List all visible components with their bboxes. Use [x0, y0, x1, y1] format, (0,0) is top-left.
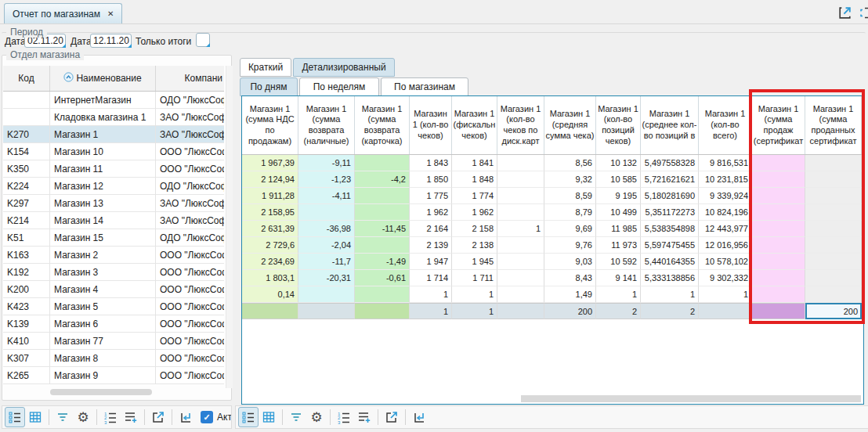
data-cell[interactable]: 9 302,332 — [699, 270, 752, 286]
column-header-name[interactable]: Наименование — [50, 66, 156, 91]
data-cell[interactable] — [497, 286, 544, 303]
data-cell[interactable]: 10 499 — [596, 204, 641, 221]
data-cell[interactable] — [355, 286, 410, 303]
data-cell[interactable]: 5,538354898 — [641, 221, 699, 237]
data-cell[interactable]: 1 — [596, 286, 641, 303]
data-cell[interactable]: 2 729,6 — [242, 237, 298, 254]
total-cell[interactable]: 1 — [410, 303, 452, 319]
data-cell[interactable]: -2,04 — [298, 237, 355, 254]
data-cell[interactable]: 8,59 — [544, 188, 596, 204]
selected-cell[interactable]: 200 — [805, 303, 862, 319]
data-cell[interactable]: -4,11 — [298, 188, 355, 204]
data-cell[interactable]: 5,333138856 — [641, 270, 699, 286]
data-cell[interactable]: 2 631,39 — [242, 221, 298, 237]
data-cell[interactable]: 1 947 — [410, 254, 452, 270]
data-cell[interactable]: 2 158,95 — [242, 204, 298, 221]
total-cell[interactable] — [497, 303, 544, 319]
data-cell[interactable]: 5,497558328 — [641, 155, 699, 171]
column-header[interactable]: Магазин 1 (фискальн чеков) — [452, 96, 497, 154]
data-cell[interactable]: 9,32 — [544, 171, 596, 188]
table-row[interactable]: K51Магазин 15ОДО "ЛюксСоф — [3, 229, 224, 247]
data-cell[interactable]: -36,98 — [298, 221, 355, 237]
data-cell[interactable]: 1 — [699, 286, 752, 303]
data-cell[interactable] — [752, 188, 805, 204]
numbered-list-button[interactable]: 123 — [334, 407, 354, 427]
data-cell[interactable] — [805, 286, 862, 303]
column-header[interactable]: Магазин 1 (сумма возврата (карточка) — [355, 96, 410, 154]
table-row[interactable]: K297Магазин 13ЗАО "ЛюксСоф — [3, 195, 224, 212]
data-cell[interactable]: 1,49 — [544, 286, 596, 303]
data-cell[interactable]: 9,69 — [544, 221, 596, 237]
table-row[interactable]: Кладовка магазина 1ЗАО "ЛюксСоф — [3, 109, 224, 126]
restore-icon[interactable] — [859, 5, 868, 23]
add-to-list-button[interactable] — [121, 407, 141, 427]
data-cell[interactable]: 1 711 — [452, 270, 497, 286]
open-external-button[interactable] — [148, 407, 168, 427]
list-view-button[interactable] — [238, 407, 259, 427]
data-cell[interactable] — [752, 286, 805, 303]
table-row[interactable]: K200Магазин 4ООО "ЛюксСоф — [3, 281, 224, 298]
data-cell[interactable]: 10 132 — [596, 155, 641, 171]
data-cell[interactable]: 0,14 — [242, 286, 298, 303]
data-cell[interactable] — [752, 155, 805, 171]
data-cell[interactable]: 10 578,102 — [699, 254, 752, 270]
close-icon[interactable] — [107, 9, 114, 18]
data-cell[interactable]: 12 016,956 — [699, 237, 752, 254]
total-cell[interactable]: 200 — [544, 303, 596, 319]
data-cell[interactable]: -11,7 — [298, 254, 355, 270]
table-row[interactable]: K265Магазин 9ООО "ЛюксСоф — [3, 367, 224, 384]
data-cell[interactable]: 8,79 — [544, 204, 596, 221]
data-cell[interactable] — [752, 221, 805, 237]
data-cell[interactable]: 2 139 — [410, 237, 452, 254]
data-cell[interactable] — [355, 237, 410, 254]
filter-button[interactable] — [52, 407, 73, 427]
total-cell[interactable] — [242, 303, 298, 319]
data-cell[interactable]: 2 164 — [410, 221, 452, 237]
only-totals-checkbox[interactable] — [196, 33, 210, 47]
total-cell[interactable] — [752, 303, 805, 319]
data-cell[interactable]: 10 231,815 — [699, 171, 752, 188]
subtab-by-days[interactable]: По дням — [240, 77, 298, 96]
refresh-button[interactable] — [409, 407, 429, 427]
data-cell[interactable]: 9 195 — [596, 188, 641, 204]
total-cell[interactable] — [699, 303, 752, 319]
data-cell[interactable]: 5,597475455 — [641, 237, 699, 254]
data-cell[interactable]: 5,180281690 — [641, 188, 699, 204]
column-header[interactable]: Магазин 1 (средняя сумма чека) — [544, 96, 596, 154]
data-cell[interactable]: 5,721621621 — [641, 171, 699, 188]
active-checkbox[interactable] — [201, 411, 213, 423]
data-cell[interactable]: 1 850 — [410, 171, 452, 188]
data-cell[interactable]: 1 962 — [410, 204, 452, 221]
data-cell[interactable]: 1 967,39 — [242, 155, 298, 171]
table-row[interactable]: K224Магазин 12ОДО "ЛюксСоф — [3, 178, 224, 195]
subtab-by-stores[interactable]: По магазинам — [381, 77, 468, 96]
total-cell[interactable]: 2 — [596, 303, 641, 319]
data-cell[interactable] — [355, 155, 410, 171]
tab-brief[interactable]: Краткий — [240, 58, 291, 77]
data-cell[interactable]: 9 816,531 — [699, 155, 752, 171]
column-header[interactable]: Магазин 1 (кол-во чеков по диск.карт — [497, 96, 544, 154]
data-cell[interactable] — [497, 204, 544, 221]
data-cell[interactable]: 2 124,94 — [242, 171, 298, 188]
data-cell[interactable]: 1 714 — [410, 270, 452, 286]
column-header[interactable]: Магазин 1 (сумма возврата (наличные) — [298, 96, 355, 154]
data-cell[interactable] — [805, 221, 862, 237]
data-cell[interactable] — [497, 254, 544, 270]
filter-button[interactable] — [286, 407, 306, 427]
data-cell[interactable] — [805, 204, 862, 221]
data-cell[interactable] — [752, 270, 805, 286]
data-cell[interactable] — [805, 188, 862, 204]
add-to-list-button[interactable] — [354, 407, 374, 427]
column-header-company[interactable]: Компани — [156, 66, 224, 91]
data-cell[interactable]: 5,440164355 — [641, 254, 699, 270]
table-row[interactable]: K423Магазин 5ООО "ЛюксСоф — [3, 298, 224, 315]
total-cell[interactable]: 2 — [641, 303, 699, 319]
data-cell[interactable] — [497, 171, 544, 188]
data-cell[interactable] — [752, 171, 805, 188]
data-cell[interactable]: 10 592 — [596, 254, 641, 270]
data-cell[interactable] — [752, 254, 805, 270]
table-row[interactable]: K192Магазин 3ООО "ЛюксСоф — [3, 264, 224, 281]
data-cell[interactable]: 1 803,1 — [242, 270, 298, 286]
date-to-input[interactable]: 12.11.20 — [90, 34, 132, 48]
data-cell[interactable]: 10 585 — [596, 171, 641, 188]
